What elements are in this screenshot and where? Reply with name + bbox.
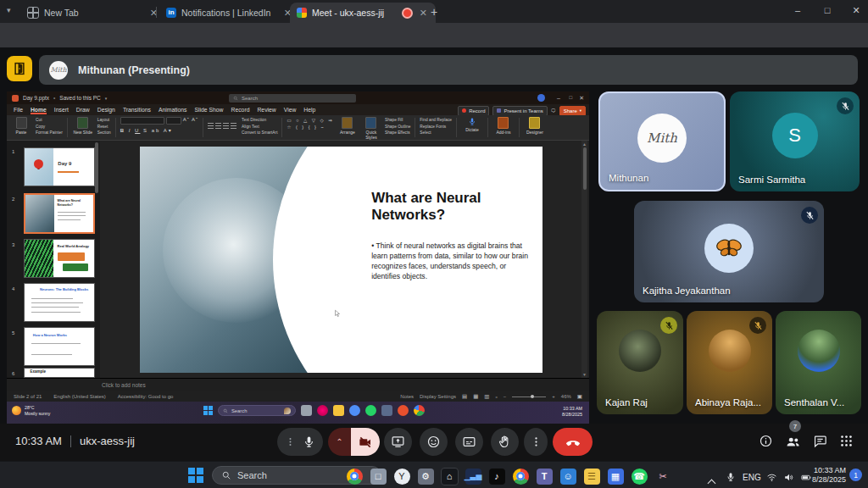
app-icon-pc[interactable]: □ [368,466,388,486]
app-icon-grid[interactable]: ▦ [605,466,626,486]
menu-transitions[interactable]: Transitions [123,107,151,113]
participant-tile-senthalan[interactable]: Senthalan V... [776,311,861,414]
contacts-icon[interactable]: ☺ [558,466,578,486]
camera-options-chevron[interactable]: ⌃ [328,428,351,456]
shape-fill-button[interactable]: Shape Fill [385,117,410,124]
text-direction-button[interactable]: Text Direction [242,117,277,124]
menu-help[interactable]: Help [303,107,315,113]
ppt-maximize-icon[interactable]: □ [569,95,572,100]
chrome-icon[interactable] [344,466,364,486]
font-grow-shrink-buttons[interactable]: Aˆ Aˇ [183,117,198,125]
menu-design[interactable]: Design [97,107,115,113]
ppt-saved-status[interactable]: Saved to this PC [59,95,100,101]
share-button[interactable]: Share▾ [559,106,586,116]
tray-mic-icon[interactable] [726,472,736,482]
reactions-button[interactable] [420,428,448,456]
slide-area-scrollbar[interactable]: ▲ ▼ [581,141,587,378]
zoom-in-button[interactable]: + [552,394,555,399]
menu-record[interactable]: Record [231,107,250,113]
list-buttons[interactable] [208,117,238,132]
smartart-button[interactable]: Convert to SmartArt [242,130,277,136]
app-icon[interactable] [381,405,392,416]
raise-hand-button[interactable] [491,428,519,456]
tab-close-icon[interactable]: ✕ [148,8,159,19]
quick-styles-button[interactable]: Quick Styles [361,117,381,140]
activities-icon[interactable] [839,434,854,448]
settings-icon[interactable]: ⚙ [415,466,436,486]
camera-off-icon[interactable] [351,428,380,456]
slide-thumb-6[interactable]: Example [24,368,95,378]
font-name-dropdown[interactable] [120,117,164,125]
chrome-beta-icon[interactable] [510,466,531,486]
tab-search-chevron-icon[interactable]: ▾ [7,6,11,14]
participant-tile-mithunan[interactable]: Mith Mithunan [598,92,726,191]
shape-outline-button[interactable]: Shape Outline [385,124,410,130]
slideshow-icon[interactable]: ▫ [495,394,497,400]
captions-button[interactable] [455,428,483,456]
people-icon[interactable] [785,434,801,450]
reading-view-icon[interactable]: ▥ [484,393,489,400]
participant-tile-sarmi[interactable]: S Sarmi Sarmitha [730,92,860,191]
ppt-account-avatar[interactable] [537,94,545,102]
app-icon[interactable] [414,405,425,416]
chat-icon[interactable] [813,434,827,448]
display-settings-button[interactable]: Display Settings [420,394,456,399]
present-now-button[interactable] [384,428,412,456]
zoom-level[interactable]: 46% [561,394,571,399]
layout-button[interactable]: Layout [97,117,111,124]
menu-home[interactable]: Home [31,107,47,113]
record-button[interactable]: Record [458,106,489,116]
window-maximize-button[interactable]: □ [821,5,833,15]
section-button[interactable]: Section [97,130,111,136]
window-close-button[interactable]: ✕ [850,5,862,16]
new-slide-button[interactable]: New Slide [72,117,94,135]
find-replace-button[interactable]: Find and Replace [420,117,452,124]
accessibility-status[interactable]: Accessibility: Good to go [118,394,174,399]
taskbar-clock[interactable]: 10:33 AM8/28/2025 [807,466,846,485]
normal-view-icon[interactable]: ▤ [462,393,467,400]
mic-control[interactable] [277,428,323,456]
zoom-out-button[interactable]: − [504,394,507,399]
snipping-tool-icon[interactable]: ✂ [653,466,673,486]
notes-app-icon[interactable]: ☰ [581,466,602,486]
slide-thumb-2-selected[interactable]: What are Neural Networks? [24,193,95,234]
meeting-details-icon[interactable] [759,434,773,448]
app-icon[interactable] [333,405,344,416]
volume-icon[interactable] [783,472,794,483]
tiktok-icon[interactable]: ♪ [487,466,507,486]
app-icon[interactable] [301,405,312,416]
reset-button[interactable]: Reset [97,124,111,130]
notes-toggle[interactable]: Notes [400,394,414,399]
designer-button[interactable]: Designer [524,117,546,138]
menu-slideshow[interactable]: Slide Show [195,107,224,113]
app-icon[interactable] [349,405,360,416]
menu-review[interactable]: Review [257,107,275,113]
end-call-button[interactable] [553,428,593,456]
notification-badge[interactable]: 1 [849,469,862,481]
fit-slide-icon[interactable]: ▣ [577,393,582,400]
paste-button[interactable]: Paste [10,117,32,135]
tray-chevron-icon[interactable] [709,474,715,488]
app-icon-clock[interactable]: Y [392,466,412,486]
ppt-search-box[interactable]: Search [229,94,356,103]
ppt-close-icon[interactable]: ✕ [579,95,584,102]
slide-thumb-1[interactable]: Day 9 [24,147,95,186]
slide-thumb-4[interactable]: Neurons: The Building Blocks [24,283,95,322]
participant-tile-kajitha[interactable]: Kajitha Jeyakanthan [634,201,824,302]
cut-button[interactable]: Cut [36,117,63,124]
task-manager-icon[interactable]: ▁▃▅ [463,466,483,486]
tab-close-icon[interactable]: ✕ [418,8,429,19]
addins-button[interactable]: Add-ins [492,117,515,138]
font-size-dropdown[interactable] [166,117,181,125]
participant-tile-abinaya[interactable]: Abinaya Raja... [687,311,772,414]
comments-icon[interactable]: 🗨 [551,108,556,114]
font-style-buttons[interactable]: B I U S ab A▾ [120,127,173,133]
arrange-button[interactable]: Arrange [337,117,358,135]
ppt-minimize-icon[interactable]: – [557,95,560,101]
more-options-button[interactable] [524,428,548,456]
select-button[interactable]: Select [420,130,452,136]
thumbnail-scrollbar[interactable] [95,142,98,193]
slide-thumb-5[interactable]: How a Neuron Works [24,327,95,366]
menu-view[interactable]: View [284,107,297,113]
slide-sorter-icon[interactable]: ▦ [473,393,478,400]
